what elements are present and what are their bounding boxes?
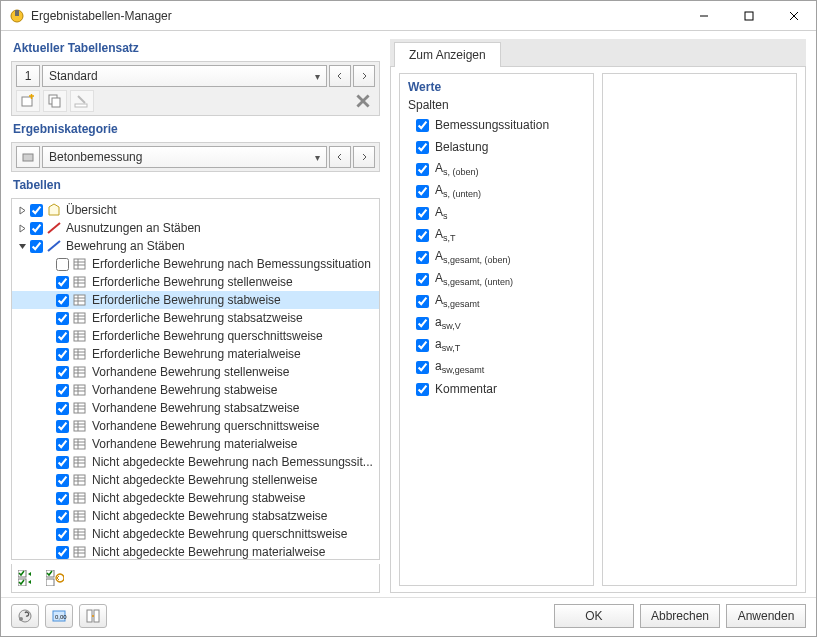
tree-child-item[interactable]: Erforderliche Bewehrung stabweise: [12, 291, 379, 309]
tree-checkbox[interactable]: [30, 240, 43, 253]
table-set-number[interactable]: 1: [16, 65, 40, 87]
column-checkbox-row[interactable]: asw,V: [406, 312, 587, 334]
tree-node-label: Vorhandene Bewehrung stabsatzweise: [92, 401, 299, 415]
tree-checkbox[interactable]: [56, 528, 69, 541]
expander-icon[interactable]: [16, 204, 28, 216]
column-checkbox-row[interactable]: Belastung: [406, 136, 587, 158]
column-checkbox-row[interactable]: asw,T: [406, 334, 587, 356]
tree-checkbox[interactable]: [56, 348, 69, 361]
app-icon: [9, 8, 25, 24]
column-checkbox[interactable]: [416, 383, 429, 396]
tree-checkbox[interactable]: [30, 204, 43, 217]
tree-top-item[interactable]: Übersicht: [12, 201, 379, 219]
tree-top-item[interactable]: Ausnutzungen an Stäben: [12, 219, 379, 237]
tree-child-item[interactable]: Vorhandene Bewehrung stabsatzweise: [12, 399, 379, 417]
tree-checkbox[interactable]: [56, 474, 69, 487]
tree-checkbox[interactable]: [56, 510, 69, 523]
check-all-button[interactable]: [15, 567, 39, 589]
tab-to-display[interactable]: Zum Anzeigen: [394, 42, 501, 67]
column-checkbox[interactable]: [416, 273, 429, 286]
svg-rect-40: [74, 367, 85, 377]
column-checkbox-row[interactable]: Bemessungssituation: [406, 114, 587, 136]
column-checkbox[interactable]: [416, 361, 429, 374]
minimize-button[interactable]: [681, 1, 726, 30]
column-checkbox[interactable]: [416, 141, 429, 154]
expander-icon[interactable]: [16, 240, 28, 252]
tree-checkbox[interactable]: [56, 492, 69, 505]
close-button[interactable]: [771, 1, 816, 30]
tree-checkbox[interactable]: [56, 456, 69, 469]
tree-child-item[interactable]: Nicht abgedeckte Bewehrung nach Bemessun…: [12, 453, 379, 471]
tree-checkbox[interactable]: [56, 420, 69, 433]
column-checkbox-row[interactable]: As,gesamt: [406, 290, 587, 312]
column-checkbox[interactable]: [416, 185, 429, 198]
tree-child-item[interactable]: Erforderliche Bewehrung stellenweise: [12, 273, 379, 291]
expander-icon[interactable]: [16, 222, 28, 234]
tree-checkbox[interactable]: [56, 438, 69, 451]
tree-child-item[interactable]: Nicht abgedeckte Bewehrung materialweise: [12, 543, 379, 560]
column-checkbox-row[interactable]: Kommentar: [406, 378, 587, 400]
tables-tree[interactable]: ÜbersichtAusnutzungen an StäbenBewehrung…: [11, 198, 380, 560]
tree-child-item[interactable]: Nicht abgedeckte Bewehrung stabweise: [12, 489, 379, 507]
category-next-button[interactable]: [353, 146, 375, 168]
edit-table-set-button[interactable]: [70, 90, 94, 112]
tree-checkbox[interactable]: [56, 258, 69, 271]
uncheck-all-button[interactable]: [43, 567, 67, 589]
tree-node-icon: [46, 202, 62, 218]
tree-checkbox[interactable]: [56, 366, 69, 379]
tree-child-item[interactable]: Erforderliche Bewehrung materialweise: [12, 345, 379, 363]
tree-node-label: Bewehrung an Stäben: [66, 239, 185, 253]
tree-checkbox[interactable]: [56, 384, 69, 397]
svg-line-14: [48, 223, 60, 233]
column-checkbox[interactable]: [416, 339, 429, 352]
column-checkbox[interactable]: [416, 119, 429, 132]
tree-child-item[interactable]: Nicht abgedeckte Bewehrung stabsatzweise: [12, 507, 379, 525]
column-checkbox-row[interactable]: As,gesamt, (unten): [406, 268, 587, 290]
apply-button[interactable]: Anwenden: [726, 604, 806, 628]
column-checkbox-row[interactable]: As,T: [406, 224, 587, 246]
tree-child-item[interactable]: Vorhandene Bewehrung stellenweise: [12, 363, 379, 381]
copy-table-set-button[interactable]: [43, 90, 67, 112]
units-button[interactable]: 0,00: [45, 604, 73, 628]
tree-checkbox[interactable]: [56, 330, 69, 343]
new-table-set-button[interactable]: [16, 90, 40, 112]
tree-child-item[interactable]: Erforderliche Bewehrung nach Bemessungss…: [12, 255, 379, 273]
table-set-combo[interactable]: Standard: [42, 65, 327, 87]
tree-child-item[interactable]: Vorhandene Bewehrung querschnittsweise: [12, 417, 379, 435]
column-checkbox[interactable]: [416, 317, 429, 330]
category-prev-button[interactable]: [329, 146, 351, 168]
column-checkbox[interactable]: [416, 163, 429, 176]
delete-table-set-button[interactable]: [351, 90, 375, 112]
tree-checkbox[interactable]: [56, 402, 69, 415]
table-set-next-button[interactable]: [353, 65, 375, 87]
column-checkbox-row[interactable]: As: [406, 202, 587, 224]
tree-child-item[interactable]: Vorhandene Bewehrung stabweise: [12, 381, 379, 399]
result-category-combo[interactable]: Betonbemessung: [42, 146, 327, 168]
column-checkbox-row[interactable]: asw,gesamt: [406, 356, 587, 378]
export-button[interactable]: [79, 604, 107, 628]
tree-checkbox[interactable]: [30, 222, 43, 235]
cancel-button[interactable]: Abbrechen: [640, 604, 720, 628]
tree-top-item[interactable]: Bewehrung an Stäben: [12, 237, 379, 255]
column-checkbox-row[interactable]: As,gesamt, (oben): [406, 246, 587, 268]
maximize-button[interactable]: [726, 1, 771, 30]
column-checkbox-row[interactable]: As, (unten): [406, 180, 587, 202]
column-checkbox[interactable]: [416, 207, 429, 220]
tree-checkbox[interactable]: [56, 276, 69, 289]
tree-child-item[interactable]: Nicht abgedeckte Bewehrung stellenweise: [12, 471, 379, 489]
ok-button[interactable]: OK: [554, 604, 634, 628]
help-button[interactable]: [11, 604, 39, 628]
table-set-prev-button[interactable]: [329, 65, 351, 87]
tree-child-item[interactable]: Vorhandene Bewehrung materialweise: [12, 435, 379, 453]
column-checkbox[interactable]: [416, 251, 429, 264]
column-checkbox[interactable]: [416, 229, 429, 242]
tree-child-item[interactable]: Nicht abgedeckte Bewehrung querschnittsw…: [12, 525, 379, 543]
tree-child-item[interactable]: Erforderliche Bewehrung stabsatzweise: [12, 309, 379, 327]
tree-node-label: Nicht abgedeckte Bewehrung stabweise: [92, 491, 305, 505]
tree-checkbox[interactable]: [56, 546, 69, 559]
column-checkbox[interactable]: [416, 295, 429, 308]
tree-checkbox[interactable]: [56, 294, 69, 307]
tree-checkbox[interactable]: [56, 312, 69, 325]
tree-child-item[interactable]: Erforderliche Bewehrung querschnittsweis…: [12, 327, 379, 345]
column-checkbox-row[interactable]: As, (oben): [406, 158, 587, 180]
